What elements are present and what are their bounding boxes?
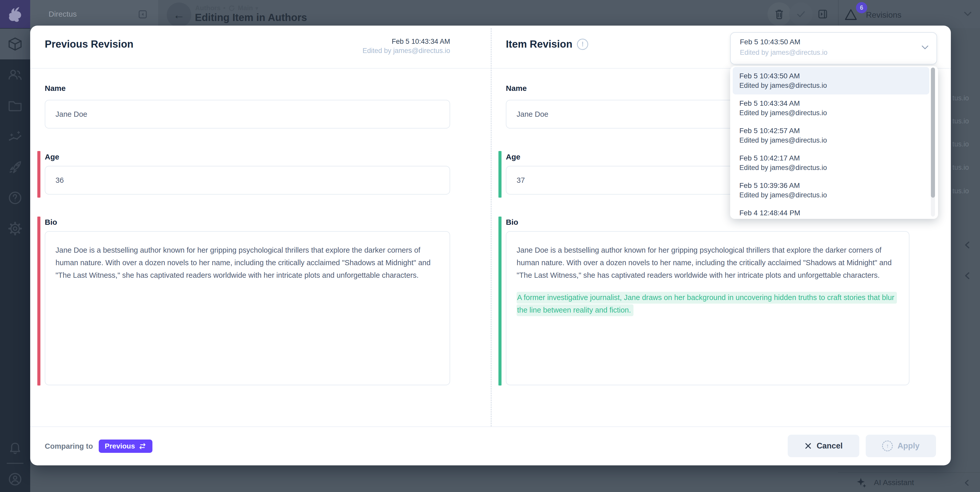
bio-paragraph: Jane Doe is a bestselling author known f…	[517, 244, 899, 281]
revision-option-time: Feb 5 10:43:34 AM	[739, 99, 929, 107]
previous-revision-edited-by: Edited by james@directus.io	[45, 46, 450, 55]
revision-option-edited-by: Edited by james@directus.io	[739, 219, 929, 219]
revision-option-edited-by: Edited by james@directus.io	[739, 191, 929, 199]
clipped-revision-text: tus.io	[952, 164, 969, 171]
bio-added-text: A former investigative journalist, Jane …	[517, 292, 897, 316]
field-label-age: Age	[45, 153, 59, 161]
module-users[interactable]	[0, 60, 30, 90]
revision-option-time: Feb 5 10:43:50 AM	[739, 72, 929, 80]
sparkle-icon	[856, 477, 867, 488]
back-arrow-icon: ←	[173, 9, 185, 21]
account-button[interactable]	[0, 464, 30, 492]
revision-option[interactable]: Feb 5 10:42:57 AM Edited by james@direct…	[733, 122, 929, 149]
directus-rabbit-icon	[6, 6, 24, 22]
changed-field-bar	[37, 217, 40, 385]
age-input-previous: 36	[45, 166, 450, 195]
screen: Directus ← Authors • Main ▾ Editing Item…	[0, 0, 980, 492]
cancel-label: Cancel	[816, 441, 843, 450]
apply-button[interactable]: ↑ Apply	[866, 434, 936, 457]
field-label-age: Age	[506, 153, 520, 161]
compare-target-button[interactable]: Previous	[99, 439, 153, 453]
topbar: Directus ← Authors • Main ▾ Editing Item…	[30, 0, 980, 28]
changed-field-bar	[37, 151, 40, 198]
save-button[interactable]	[789, 2, 813, 26]
revision-option-edited-by: Edited by james@directus.io	[739, 136, 929, 144]
chevron-down-icon: ▾	[256, 5, 258, 11]
bell-icon	[7, 440, 23, 456]
field-label-name: Name	[45, 84, 66, 93]
module-content[interactable]	[0, 29, 30, 59]
revision-option[interactable]: Feb 4 12:48:44 PM Edited by james@direct…	[733, 204, 929, 219]
cancel-button[interactable]: Cancel	[788, 434, 859, 457]
ai-assistant-bar[interactable]: AI Assistant	[838, 472, 980, 492]
revision-option[interactable]: Feb 5 10:43:34 AM Edited by james@direct…	[733, 94, 929, 122]
chevron-left-icon[interactable]	[963, 272, 972, 281]
bio-paragraph: Jane Doe is a bestselling author known f…	[56, 244, 439, 281]
directus-logo[interactable]	[0, 0, 30, 28]
revision-select[interactable]: Feb 5 10:43:50 AM Edited by james@direct…	[730, 32, 937, 64]
revision-option[interactable]: Feb 5 10:39:36 AM Edited by james@direct…	[733, 177, 929, 204]
swap-arrows-icon	[138, 443, 146, 449]
module-settings[interactable]	[0, 213, 30, 244]
module-insights[interactable]	[0, 121, 30, 152]
bio-textarea-revision: Jane Doe is a bestselling author known f…	[506, 231, 909, 385]
revisions-count-badge: 6	[856, 2, 867, 13]
compare-target-label: Previous	[105, 442, 135, 450]
field-label-name: Name	[506, 84, 527, 93]
bio-textarea-previous: Jane Doe is a bestselling author known f…	[45, 231, 450, 385]
previous-revision-meta: Feb 5 10:43:34 AM Edited by james@direct…	[45, 37, 450, 55]
users-icon	[7, 67, 23, 83]
field-label-bio: Bio	[506, 218, 518, 227]
revision-option-list: Feb 5 10:43:50 AM Edited by james@direct…	[730, 67, 938, 219]
chevron-left-icon	[963, 479, 971, 488]
collapse-sidebar-icon[interactable]	[138, 9, 148, 21]
ai-assistant-label: AI Assistant	[874, 478, 914, 487]
column-divider	[491, 28, 492, 427]
box-icon	[7, 36, 23, 52]
insights-icon	[7, 128, 23, 144]
scrollbar-thumb[interactable]	[931, 67, 935, 198]
page-title: Editing Item in Authors	[195, 12, 307, 23]
avatar-icon	[7, 471, 23, 487]
revision-option-edited-by: Edited by james@directus.io	[739, 109, 929, 117]
help-icon	[7, 190, 23, 206]
chevron-left-icon[interactable]	[963, 241, 972, 250]
revision-option-time: Feb 5 10:42:57 AM	[739, 127, 929, 135]
check-icon	[795, 8, 807, 21]
field-label-bio: Bio	[45, 218, 57, 227]
breadcrumb[interactable]: Authors • Main ▾	[195, 4, 258, 12]
project-name: Directus	[49, 10, 77, 18]
comparing-to-label: Comparing to	[45, 442, 93, 450]
clipped-revision-text: tus.io	[952, 94, 969, 102]
gear-icon	[7, 220, 23, 236]
delta-icon	[844, 8, 858, 22]
chevron-down-icon[interactable]	[963, 11, 972, 18]
module-help[interactable]	[0, 182, 30, 213]
folder-icon	[7, 98, 23, 113]
module-files[interactable]	[0, 90, 30, 121]
info-icon[interactable]: !	[577, 39, 588, 50]
revision-dropdown-menu: Feb 5 10:43:50 AM Edited by james@direct…	[730, 66, 938, 219]
clipped-revision-text: tus.io	[952, 187, 969, 195]
version-cycle-icon	[228, 5, 235, 12]
revision-option[interactable]: Feb 5 10:43:50 AM Edited by james@direct…	[733, 67, 929, 94]
clipped-revision-text: tus.io	[952, 117, 969, 125]
expand-panel-button[interactable]	[811, 2, 834, 26]
changed-field-bar	[498, 151, 501, 198]
previous-revision-timestamp: Feb 5 10:43:34 AM	[45, 37, 450, 46]
revisions-sidebar-clipped: tus.io tus.io tus.io tus.io tus.io	[951, 28, 980, 472]
name-input-previous: Jane Doe	[45, 100, 450, 128]
apply-upload-icon: ↑	[882, 441, 893, 451]
selected-revision-edited-by: Edited by james@directus.io	[740, 49, 937, 57]
breadcrumb-separator: •	[223, 4, 226, 12]
revision-option-time: Feb 5 10:39:36 AM	[739, 182, 929, 190]
module-marketplace[interactable]	[0, 152, 30, 182]
apply-label: Apply	[897, 441, 920, 450]
revision-option[interactable]: Feb 5 10:42:17 AM Edited by james@direct…	[733, 149, 929, 177]
back-button[interactable]: ←	[167, 3, 191, 27]
trash-icon	[773, 8, 786, 21]
changed-field-bar	[498, 217, 501, 385]
delete-button[interactable]	[767, 2, 791, 26]
notifications-button[interactable]	[0, 433, 30, 463]
module-bar	[0, 0, 30, 492]
